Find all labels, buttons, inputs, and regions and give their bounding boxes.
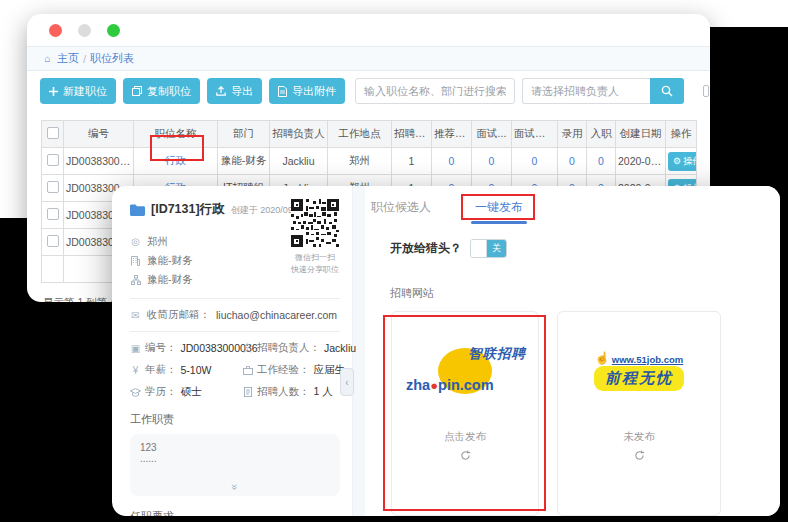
new-position-button[interactable]: 新建职位 [40,78,116,104]
cell-id: JD00383000036 [64,148,134,175]
hand-icon: ☝ [595,351,610,365]
site-cards: 智联招聘 zha●pin.com 点击发布 ☝ www [365,311,780,516]
row-checkbox[interactable] [47,181,59,193]
search-button[interactable] [650,78,684,104]
salary-icon: ¥ [130,365,141,376]
col-header-owner[interactable]: 招聘负责人 [270,121,328,148]
col-header-id[interactable]: 编号 [64,121,134,148]
refresh-icon[interactable] [634,450,645,461]
col-header-actions: 操作 [666,121,697,148]
col-header-interview[interactable]: 面试... [472,121,512,148]
zhaopin-logo: 智联招聘 zha●pin.com [406,346,524,396]
publish-panel: 职位候选人 一键发布 开放给猎头？ 关 招聘网站 [365,186,780,516]
cell-dept: 豫能-财务 [218,148,270,175]
col-header-recommended[interactable]: 推荐候... [432,121,472,148]
file-icon [278,86,287,97]
screenshot-canvas: ⌂ 主页 / 职位列表 新建职位 复制职位 导出 导出附件 [0,0,788,522]
col-header-dept[interactable]: 部门 [218,121,270,148]
modal-tabs: 职位候选人 一键发布 [365,197,780,223]
position-fields: ▣编号：JD00383000036 招聘负责人：Jackliu ¥年薪：5-10… [130,341,340,399]
col-header-hired[interactable]: 录用 [558,121,587,148]
toggle-knob [471,240,487,257]
headhunter-toggle[interactable]: 关 [470,239,507,258]
col-header-interview-out[interactable]: 面试淘汰 [512,121,558,148]
home-icon: ⌂ [42,53,53,64]
cell-interview-link[interactable]: 0 [489,155,495,167]
cell-onboard-link[interactable]: 0 [598,155,604,167]
position-summary-panel: [ID7131]行政 创建于 2020/09 微信扫一扫 快速分享职位 [112,186,352,516]
export-attachments-button[interactable]: 导出附件 [269,78,345,104]
cell-location: 郑州 [328,148,392,175]
expand-chevron-icon[interactable]: » [229,484,241,490]
location-icon: ◎ [130,236,141,247]
col-header-headcount[interactable]: 招聘人... [392,121,432,148]
zhaopin-red-dot: ● [430,378,438,393]
job51-publish-card[interactable]: ☝ www.51job.com 前程无忧 未发布 [557,311,721,516]
field-label: 招聘人数： [257,385,310,399]
position-location: 郑州 [147,235,168,249]
copy-position-button[interactable]: 复制职位 [123,78,200,104]
export-attachments-label: 导出附件 [292,84,336,99]
headhunter-toggle-label: 开放给猎头？ [390,240,462,257]
col-header-onboard[interactable]: 入职 [587,121,616,148]
person-icon [242,343,253,353]
breadcrumb: ⌂ 主页 / 职位列表 [27,46,710,71]
qr-share-block: 微信扫一扫 快速分享职位 [286,199,344,275]
row-checkbox[interactable] [47,154,59,166]
tab-candidates[interactable]: 职位候选人 [371,199,431,222]
cell-interview-out-link[interactable]: 0 [532,155,538,167]
duties-line: ...... [140,453,330,464]
requirements-section-title: 任职要求 [130,509,340,516]
owner-select-input[interactable] [522,78,650,104]
cell-recommended-link[interactable]: 0 [449,155,455,167]
select-all-checkbox[interactable] [47,127,59,139]
table-row: JD00383000036 行政 豫能-财务 Jackliu 郑州 1 0 0 … [42,148,697,175]
breadcrumb-current[interactable]: 职位列表 [90,51,134,66]
collapse-panel-button[interactable]: ‹ [340,368,354,396]
folder-icon [130,204,145,216]
row-actions-button[interactable]: ⚙操作 [668,152,697,171]
zhaopin-status: 点击发布 [444,430,486,444]
tab-one-click-publish[interactable]: 一键发布 [475,199,523,222]
row-checkbox[interactable] [47,235,59,247]
position-name-link[interactable]: 行政 [165,154,186,166]
mail-icon: ✉ [130,310,141,321]
org-chart-icon [130,275,141,285]
export-label: 导出 [231,84,253,99]
position-detail-modal: [ID7131]行政 创建于 2020/09 微信扫一扫 快速分享职位 [112,186,780,516]
duties-section-title: 工作职责 [130,412,340,427]
job51-logo: ☝ www.51job.com 前程无忧 [594,351,684,391]
col-header-name[interactable]: 职位名称 [134,121,218,148]
refresh-icon[interactable] [460,450,471,461]
toolbar: 新建职位 复制职位 导出 导出附件 [27,71,710,111]
col-header-location[interactable]: 工作地点 [328,121,392,148]
active-tab-indicator [471,221,527,224]
col-header-created[interactable]: 创建日期 [616,121,666,148]
position-title: [ID7131]行政 [151,201,225,218]
zhaopin-publish-card[interactable]: 智联招聘 zha●pin.com 点击发布 [391,311,539,516]
window-titlebar [27,14,710,46]
field-label: 工作经验： [257,363,310,377]
window-maximize-button[interactable] [107,24,120,37]
copy-icon [132,86,142,96]
headhunter-checkbox[interactable] [703,85,709,97]
duties-line: 123 [140,442,330,453]
department-icon [130,256,141,266]
search-input[interactable] [355,78,515,104]
position-department: 豫能-财务 [147,254,193,268]
window-close-button[interactable] [49,24,62,37]
plus-icon [49,87,58,96]
export-button[interactable]: 导出 [207,78,262,104]
field-label: 编号： [145,341,177,355]
qr-code [291,199,339,247]
job51-logo-cn: 前程无忧 [594,366,684,391]
qr-caption-line1: 微信扫一扫 [286,253,344,263]
new-position-label: 新建职位 [63,84,107,99]
row-checkbox[interactable] [47,208,59,220]
window-minimize-button[interactable] [78,24,91,37]
id-badge-icon: ▣ [130,343,141,354]
cell-hired-link[interactable]: 0 [569,155,575,167]
breadcrumb-separator: / [83,53,86,65]
headcount-icon [242,387,253,397]
breadcrumb-home[interactable]: 主页 [57,51,79,66]
